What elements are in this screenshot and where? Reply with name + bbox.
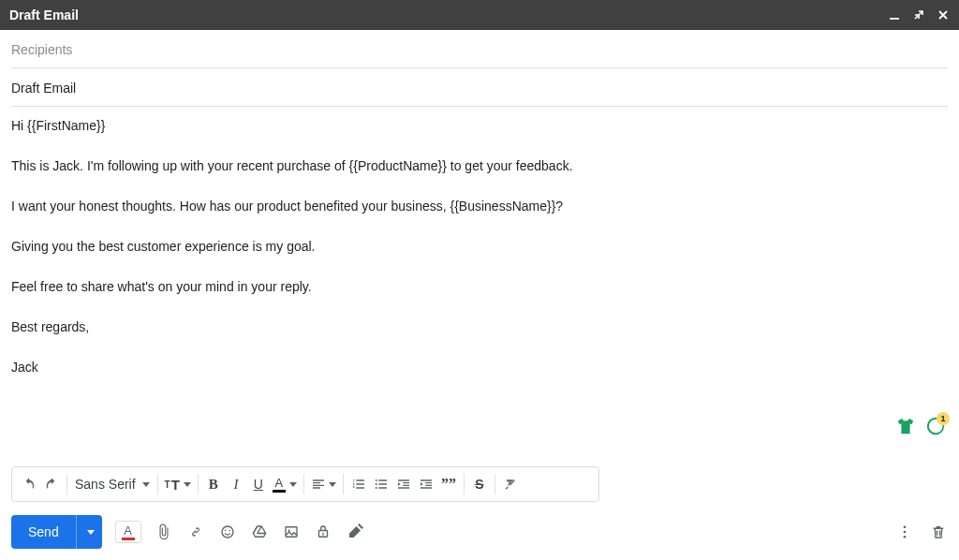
align-button[interactable] bbox=[308, 472, 339, 496]
body-line: Best regards, bbox=[11, 317, 948, 337]
confidential-mode-icon[interactable] bbox=[314, 523, 332, 541]
font-size-button[interactable]: T T bbox=[162, 472, 194, 496]
left-actions: Send A bbox=[11, 515, 364, 549]
svg-point-11 bbox=[904, 525, 907, 528]
font-family-label: Sans Serif bbox=[75, 477, 136, 492]
font-family-select[interactable]: Sans Serif bbox=[71, 477, 154, 492]
strikethrough-button[interactable]: S bbox=[468, 472, 491, 496]
right-actions bbox=[895, 523, 948, 541]
window-titlebar: Draft Email bbox=[0, 0, 959, 30]
more-options-button[interactable] bbox=[895, 523, 914, 541]
chevron-down-icon bbox=[142, 482, 150, 487]
body-line: This is Jack. I'm following up with your… bbox=[11, 156, 948, 176]
text-format-icon[interactable]: A bbox=[115, 521, 141, 543]
svg-point-4 bbox=[222, 526, 233, 538]
svg-point-12 bbox=[904, 531, 907, 534]
undo-button[interactable] bbox=[18, 472, 40, 496]
notification-badge: 1 bbox=[937, 412, 950, 425]
formatting-toolbar: Sans Serif T T B I U A bbox=[11, 466, 599, 502]
indent-more-button[interactable] bbox=[415, 472, 437, 496]
email-body[interactable]: Hi {{FirstName}} This is Jack. I'm follo… bbox=[0, 107, 959, 466]
moon-extension-icon[interactable]: 1 bbox=[925, 416, 946, 440]
insert-link-icon[interactable] bbox=[186, 523, 205, 541]
insert-photo-icon[interactable] bbox=[282, 523, 301, 541]
svg-point-13 bbox=[904, 536, 907, 538]
svg-point-1 bbox=[376, 479, 377, 481]
close-icon[interactable] bbox=[937, 8, 950, 22]
body-line: I want your honest thoughts. How has our… bbox=[11, 197, 948, 216]
indent-less-button[interactable] bbox=[392, 472, 415, 496]
body-line: Jack bbox=[11, 358, 948, 377]
send-button-group: Send bbox=[11, 515, 102, 549]
header-fields: Recipients Draft Email bbox=[0, 30, 959, 107]
formatting-toolbar-wrap: Sans Serif T T B I U A bbox=[0, 466, 959, 502]
insert-emoji-icon[interactable] bbox=[218, 523, 237, 541]
bulleted-list-button[interactable] bbox=[370, 472, 392, 496]
recipients-placeholder: Recipients bbox=[11, 42, 72, 57]
redo-button[interactable] bbox=[40, 472, 63, 496]
italic-button[interactable]: I bbox=[225, 472, 247, 496]
drive-icon[interactable] bbox=[250, 523, 269, 541]
remove-formatting-button[interactable] bbox=[499, 472, 522, 496]
chevron-down-icon bbox=[184, 482, 191, 487]
minimize-icon[interactable] bbox=[888, 8, 901, 22]
subject-text: Draft Email bbox=[11, 81, 76, 96]
body-line: Feel free to share what's on your mind i… bbox=[11, 277, 948, 297]
quote-button[interactable]: ”” bbox=[437, 472, 460, 496]
body-line: Giving you the best customer experience … bbox=[11, 237, 948, 257]
bold-button[interactable]: B bbox=[202, 472, 225, 496]
window-title: Draft Email bbox=[9, 7, 79, 22]
window-controls bbox=[888, 8, 950, 22]
underline-button[interactable]: U bbox=[247, 472, 270, 496]
svg-point-2 bbox=[376, 483, 377, 485]
tshirt-extension-icon[interactable] bbox=[895, 416, 916, 440]
chevron-down-icon bbox=[329, 482, 336, 487]
chevron-down-icon bbox=[87, 530, 95, 535]
numbered-list-button[interactable] bbox=[347, 472, 370, 496]
svg-rect-0 bbox=[890, 18, 899, 20]
recipients-field[interactable]: Recipients bbox=[11, 30, 948, 68]
svg-point-3 bbox=[376, 487, 377, 489]
text-color-button[interactable]: A bbox=[270, 472, 300, 496]
discard-draft-button[interactable] bbox=[929, 523, 948, 541]
svg-point-6 bbox=[229, 530, 230, 532]
svg-point-10 bbox=[322, 533, 324, 535]
popout-icon[interactable] bbox=[912, 8, 925, 22]
bottom-action-row: Send A bbox=[0, 502, 959, 560]
ink-pen-icon[interactable] bbox=[346, 523, 364, 541]
extension-icons: 1 bbox=[895, 416, 946, 440]
svg-point-5 bbox=[225, 530, 227, 532]
attach-file-icon[interactable] bbox=[155, 523, 173, 541]
send-options-button[interactable] bbox=[76, 515, 102, 549]
subject-field[interactable]: Draft Email bbox=[11, 68, 948, 107]
body-line: Hi {{FirstName}} bbox=[11, 116, 948, 136]
svg-rect-7 bbox=[286, 527, 297, 538]
chevron-down-icon bbox=[289, 482, 297, 487]
send-button[interactable]: Send bbox=[11, 515, 76, 549]
